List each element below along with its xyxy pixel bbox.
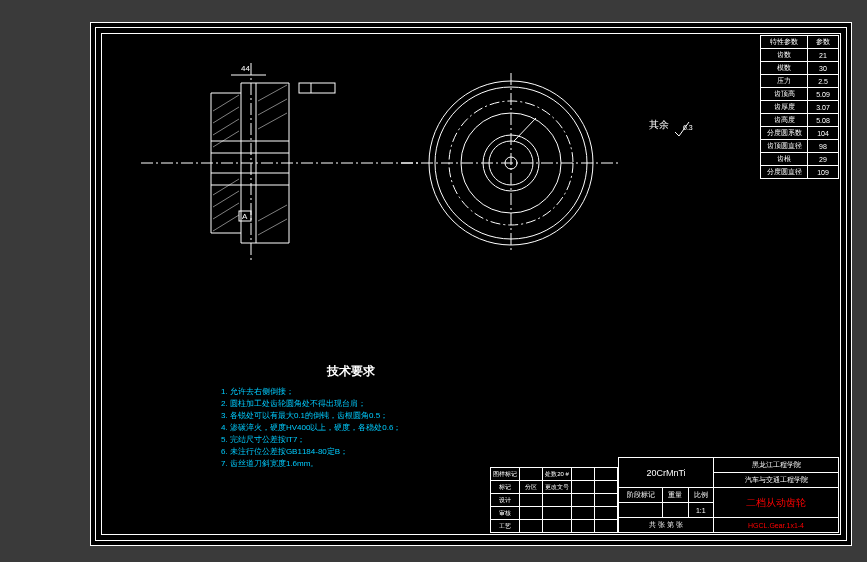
svg-line-6 [213, 95, 239, 111]
svg-line-18 [258, 219, 287, 235]
gear-spec-table: 特性参数参数 齿数21 模数30 压力2.5 齿顶高5.09 齿厚度3.07 齿… [760, 35, 839, 179]
revision-table: 图样标记处数20 # 标记分区更改文号 设计 审核 工艺 [490, 467, 618, 533]
surface-prefix: 其余 [649, 119, 669, 130]
material: 20CrMnTi [619, 458, 714, 488]
svg-rect-27 [299, 83, 335, 93]
svg-line-15 [258, 99, 287, 115]
part-code: HGCL.Gear.1x1-4 [714, 518, 839, 533]
tech-line-6: 6. 未注行位公差按GB1184-80定B； [221, 446, 481, 458]
svg-line-17 [258, 205, 287, 221]
part-name: 二档从动齿轮 [714, 488, 839, 518]
svg-line-8 [213, 119, 239, 135]
tech-line-1: 1. 允许去右侧倒接； [221, 386, 481, 398]
dept: 汽车与交通工程学院 [714, 473, 839, 488]
school: 黑龙江工程学院 [714, 458, 839, 473]
svg-line-36 [514, 118, 536, 141]
scale-value: 1:1 [688, 503, 713, 518]
svg-line-16 [258, 113, 287, 129]
tech-line-4: 4. 渗碳淬火，硬度HV400以上，硬度，各稳处0.6； [221, 422, 481, 434]
svg-line-14 [258, 85, 287, 101]
svg-text:44: 44 [241, 64, 250, 73]
spec-header-left: 特性参数 [761, 36, 808, 49]
tech-line-5: 5. 完结尺寸公差按IT7； [221, 434, 481, 446]
title-block: 20CrMnTi 黑龙江工程学院 汽车与交通工程学院 阶段标记重量比例 二档从动… [618, 457, 839, 533]
svg-line-12 [213, 203, 239, 219]
svg-line-13 [213, 215, 239, 231]
spec-header-right: 参数 [808, 36, 839, 49]
tech-line-7: 7. 齿丝道刀斜宽度1.6mm。 [221, 458, 481, 470]
svg-line-9 [213, 131, 239, 147]
svg-text:6.3: 6.3 [683, 124, 693, 131]
svg-line-11 [213, 191, 239, 207]
tech-line-3: 3. 各锐处可以有最大0.1的倒钝，齿根圆角0.5； [221, 410, 481, 422]
tech-title: 技术要求 [221, 363, 481, 380]
drawing-views: A 44 [91, 23, 851, 323]
surface-finish-note: 其余 6.3 [649, 118, 669, 132]
tech-line-2: 2. 圆柱加工处齿轮圆角处不得出现台肩； [221, 398, 481, 410]
sheet-count: 共 张 第 张 [619, 518, 714, 533]
svg-line-7 [213, 107, 239, 123]
svg-text:A: A [242, 212, 248, 221]
svg-line-10 [213, 179, 239, 195]
technical-requirements: 技术要求 1. 允许去右侧倒接； 2. 圆柱加工处齿轮圆角处不得出现台肩； 3.… [221, 363, 481, 470]
